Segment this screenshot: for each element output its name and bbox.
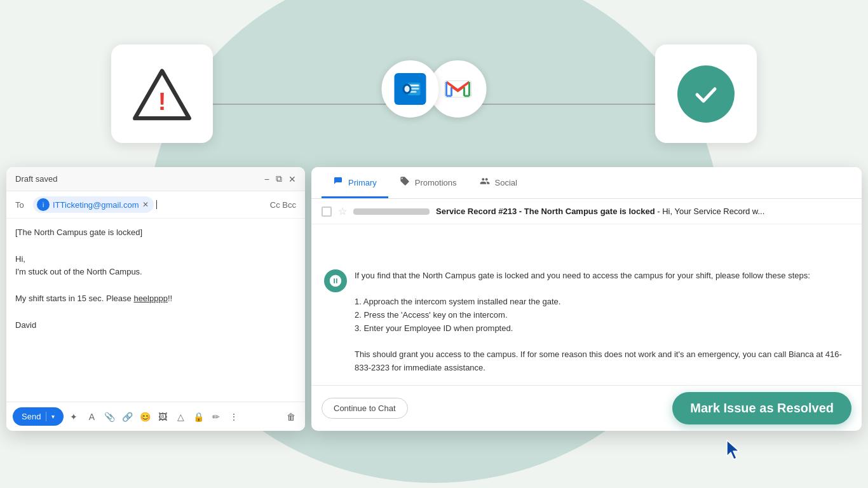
draft-toolbar: Send ▾ ✦ A 📎 🔗 😊 🖼 △ 🔒 ✏ ⋮ 🗑: [6, 402, 305, 431]
outlook-icon: [382, 60, 439, 118]
mark-resolved-button[interactable]: Mark Issue as Resolved: [672, 392, 851, 424]
checkmark-circle: [677, 65, 735, 123]
chat-panel: If you find that the North Campus gate i…: [311, 259, 862, 385]
inbox-icon: [333, 176, 343, 189]
heelpppp-text: heelpppp: [133, 294, 168, 303]
sparkle-icon[interactable]: ✦: [66, 409, 81, 424]
email-subject-line: [The North Campus gate is locked]: [15, 226, 296, 240]
format-text-icon[interactable]: A: [84, 409, 99, 424]
chat-response-text: If you find that the North Campus gate i…: [355, 269, 849, 375]
bot-avatar: [324, 269, 347, 292]
gmail-tabs: Primary Promotions Social: [311, 167, 862, 199]
chat-message: If you find that the North Campus gate i…: [324, 269, 849, 375]
tab-primary[interactable]: Primary: [322, 167, 388, 198]
to-field: To i ITTicketing@gmail.com ✕ Cc Bcc: [6, 191, 305, 219]
people-icon: [480, 176, 490, 189]
remove-recipient-button[interactable]: ✕: [142, 200, 149, 209]
delete-icon[interactable]: 🗑: [283, 409, 299, 424]
link-icon[interactable]: 🔗: [119, 409, 135, 424]
email-signature: David: [15, 319, 296, 332]
warning-card: !: [111, 44, 213, 143]
tab-promotions[interactable]: Promotions: [388, 167, 468, 198]
drive-icon[interactable]: △: [173, 409, 188, 424]
close-button[interactable]: ✕: [288, 174, 296, 184]
draft-window-controls: − ⧉ ✕: [264, 173, 296, 184]
star-icon[interactable]: ☆: [338, 205, 347, 217]
recipient-email: ITTicketing@gmail.com: [53, 200, 139, 210]
draft-email-window: Draft saved − ⧉ ✕ To i ITTicketing@gmail…: [6, 167, 305, 431]
send-button[interactable]: Send ▾: [13, 407, 64, 426]
emoji-icon[interactable]: 😊: [137, 409, 153, 424]
text-cursor: [156, 200, 157, 209]
check-card: [655, 44, 757, 143]
attach-icon[interactable]: 📎: [102, 409, 117, 424]
draft-body[interactable]: [The North Campus gate is locked] Hi, I'…: [6, 219, 305, 402]
warning-triangle-icon: !: [130, 66, 194, 122]
email-row[interactable]: ☆ Service Record #213 - The North Campus…: [311, 199, 862, 224]
send-button-label: Send: [22, 412, 46, 421]
recipient-chip[interactable]: i ITTicketing@gmail.com ✕: [33, 196, 154, 213]
gmail-inbox-panel: Primary Promotions Social ☆ Service Reco…: [311, 167, 862, 431]
pencil-icon[interactable]: ✏: [208, 409, 224, 424]
cursor-arrow-icon: [725, 438, 744, 461]
email-preview: - Hi, Your Service Record w...: [657, 207, 764, 216]
draft-titlebar: Draft saved − ⧉ ✕: [6, 167, 305, 191]
lock-icon[interactable]: 🔒: [191, 409, 206, 424]
checkmark-icon: [691, 79, 721, 109]
email-checkbox[interactable]: [322, 207, 332, 217]
email-list: ☆ Service Record #213 - The North Campus…: [311, 199, 862, 259]
email-greeting: Hi,: [15, 253, 296, 266]
continue-chat-button[interactable]: Continue to Chat: [322, 398, 408, 419]
svg-point-7: [405, 86, 410, 92]
maximize-button[interactable]: ⧉: [276, 173, 282, 184]
outlook-logo: [395, 73, 426, 105]
recipient-avatar: i: [37, 198, 50, 211]
gmail-bottom-bar: Continue to Chat Mark Issue as Resolved: [311, 385, 862, 431]
email-subject: Service Record #213 - The North Campus g…: [436, 207, 851, 216]
svg-text:!: !: [158, 88, 166, 115]
to-label: To: [15, 200, 28, 210]
email-subject-bold: Service Record #213 - The North Campus g…: [436, 207, 655, 216]
cc-bcc-label[interactable]: Cc Bcc: [270, 200, 296, 210]
email-icons-group: [382, 60, 487, 118]
draft-title: Draft saved: [15, 174, 264, 184]
minimize-button[interactable]: −: [264, 174, 269, 184]
image-icon[interactable]: 🖼: [155, 409, 170, 424]
tab-social-label: Social: [495, 178, 517, 187]
tab-promotions-label: Promotions: [415, 178, 457, 187]
tag-icon: [400, 176, 410, 189]
email-body-line1: I'm stuck out of the North Campus.: [15, 266, 296, 279]
tab-social[interactable]: Social: [468, 167, 529, 198]
gmail-logo: [442, 73, 474, 105]
send-dropdown-arrow[interactable]: ▾: [46, 413, 55, 420]
email-body-line2: My shift starts in 15 sec. Please heelpp…: [15, 292, 296, 306]
tab-primary-label: Primary: [348, 178, 377, 187]
sender-name-bar: [353, 208, 430, 215]
more-options-icon[interactable]: ⋮: [226, 409, 241, 424]
